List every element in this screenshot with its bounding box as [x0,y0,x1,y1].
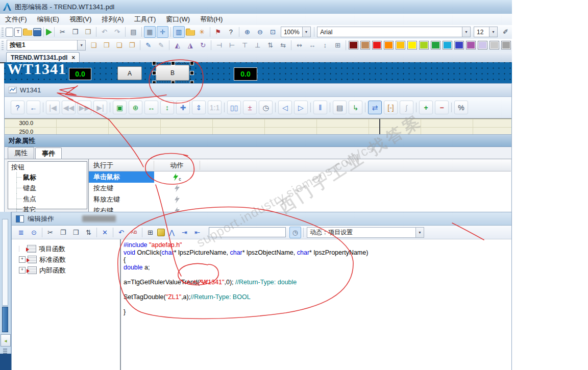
align-bottom-icon[interactable]: ⊥ [252,39,263,51]
send-to-back-icon[interactable]: ❒ [101,39,112,51]
zoom-value-icon[interactable]: ↕ [160,101,174,114]
same-height-icon[interactable]: ↕ [319,39,331,51]
menu-item-4[interactable]: 工具(T) [129,14,161,25]
select-trends-icon[interactable]: ± [243,101,257,114]
import-icon[interactable]: ⇥ [179,227,190,238]
toolbar-grip[interactable] [2,41,4,50]
original-view-icon[interactable]: 1:1 [208,101,222,114]
selection-handle[interactable] [190,61,194,65]
selection-handle[interactable] [152,71,156,75]
snap-icon[interactable]: ✛ [157,26,168,38]
palette-color-7[interactable] [431,41,440,50]
print-icon[interactable]: ▤ [128,26,139,38]
menu-item-1[interactable]: 编辑(E) [32,14,64,25]
code-line[interactable]: } [124,308,511,316]
selection-handle[interactable] [171,61,175,65]
curve-forward-icon[interactable]: ▷ [294,101,308,114]
trend-window-titlebar[interactable]: W1341 [5,84,511,97]
expander-plus-icon[interactable]: + [19,256,26,263]
dynamic-trigger-select[interactable]: 动态：项目设置▼ [307,227,424,238]
event-row[interactable]: 按左键 [89,183,511,194]
event-label[interactable]: 按左键 [89,183,154,194]
function-tree-label[interactable]: 标准函数 [39,255,66,264]
export-icon[interactable]: ⇤ [191,227,203,238]
palette-color-0[interactable] [349,41,358,50]
open-icon[interactable] [23,29,32,36]
flip-vertical-icon[interactable]: ◮ [184,39,196,51]
same-size-icon[interactable]: ⊞ [332,39,344,51]
undo-icon[interactable]: ↶ [115,227,127,238]
select-curves-icon[interactable]: ▯▯ [227,101,241,114]
code-line[interactable]: double a; [124,264,511,272]
data-structure-icon[interactable] [157,229,165,236]
paste-icon[interactable]: ❒ [70,227,82,238]
print-icon[interactable]: ▤ [333,101,347,114]
save-icon[interactable] [33,28,41,36]
edit-action-titlebar[interactable]: 编辑操作 [12,212,511,226]
event-label[interactable]: 释放左键 [89,194,154,205]
code-editor[interactable]: #include "apdefap.h"void OnClick(char* l… [121,239,511,370]
last-record-icon[interactable]: ▶| [93,101,107,114]
apply-properties-icon[interactable]: ✎ [155,39,167,51]
undo-icon[interactable]: ↶ [99,26,110,38]
menu-item-2[interactable]: 视图(V) [64,14,96,25]
event-row[interactable]: 释放左键 [89,194,511,205]
copy-properties-icon[interactable]: ✎ [142,39,154,51]
palette-color-13[interactable] [501,41,511,50]
object-properties-header[interactable]: 对象属性 [5,135,511,147]
bring-to-front-icon[interactable]: ❑ [88,39,100,51]
align-left-icon[interactable]: ⊣ [213,39,225,51]
new-template-icon[interactable]: T [14,28,22,37]
export-icon[interactable]: ↳ [349,101,362,114]
code-line[interactable] [124,286,511,294]
pause-icon[interactable]: ‖ [313,101,327,114]
move-axis-icon[interactable]: ⇕ [192,101,206,114]
chevron-down-icon[interactable]: ▼ [489,27,497,37]
activex-icon[interactable]: ✳ [196,26,208,38]
curve-back-icon[interactable]: ◁ [278,101,292,114]
copy-icon[interactable]: ❐ [57,227,69,238]
chevron-down-icon[interactable]: ▼ [302,27,310,37]
pen-icon[interactable]: ✐ [500,26,511,38]
chevron-down-icon[interactable]: ▼ [77,40,85,50]
align-top-icon[interactable]: ⊤ [239,39,251,51]
redo-icon[interactable]: ↷ [111,26,123,38]
pan-icon[interactable]: ✚ [176,101,190,114]
palette-color-12[interactable] [489,41,499,50]
zoom-in-icon[interactable]: ⊕ [241,26,253,38]
align-right-icon[interactable]: ⊢ [226,39,238,51]
expander-plus-icon[interactable]: + [19,267,26,274]
code-line[interactable]: #include "apdefap.h" [124,241,511,249]
same-width-icon[interactable]: ↔ [306,39,318,51]
first-record-icon[interactable]: |◀ [46,101,60,114]
bring-forward-icon[interactable]: ❏ [113,39,125,51]
palette-color-11[interactable] [478,41,487,50]
help-icon[interactable]: ? [11,101,24,114]
io-field-right[interactable]: 0.0 [234,67,257,81]
center-vertical-icon[interactable]: ⇅ [264,39,276,51]
font-size-select[interactable]: 12▼ [474,27,498,37]
code-line[interactable]: SetTagDouble("ZL1",a);//Return-Type: BOO… [124,293,511,301]
statistics-icon[interactable]: ∫ [400,101,413,114]
menu-item-6[interactable]: 帮助(H) [195,14,228,25]
zoom-area-icon[interactable]: ▣ [113,101,127,114]
toolbar-grip[interactable] [2,28,4,37]
menu-item-5[interactable]: 窗口(W) [161,14,195,25]
space-horizontal-icon[interactable]: ↭ [293,39,305,51]
action-cell[interactable] [154,196,200,204]
event-label[interactable]: 单击鼠标 [89,171,154,183]
zoom-window-icon[interactable]: ⊡ [267,26,279,38]
event-row[interactable]: 单击鼠标c [89,171,511,183]
scrollbar-thumb[interactable] [2,307,8,332]
button-b[interactable]: B [156,65,189,81]
paste-icon[interactable]: ❒ [82,26,94,38]
tab-events[interactable]: 事件 [35,147,62,159]
chart-ruler-line[interactable] [379,119,380,135]
c-action-lightning-icon[interactable] [173,174,178,181]
tree-node-焦点[interactable]: 焦点 [16,193,87,204]
zoom-out-icon[interactable]: ⊖ [254,26,266,38]
decimal-icon[interactable]: ⊞ [144,227,156,238]
zoom-time-icon[interactable]: ↔ [144,101,158,114]
event-row[interactable]: 按右键 [89,205,511,212]
pdl-canvas[interactable]: WT1341 0.0 A B 0.0 [4,62,512,83]
